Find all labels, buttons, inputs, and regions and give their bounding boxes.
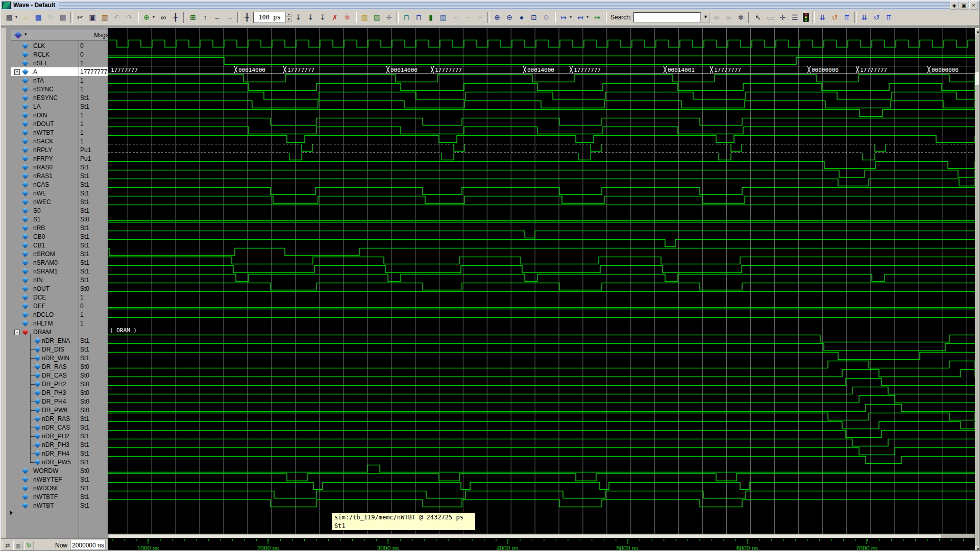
delete-cursor-button[interactable]: ✗ (329, 11, 341, 23)
chevron-down-icon[interactable]: ▾ (24, 32, 27, 37)
add-dropdown[interactable]: ▾ (153, 12, 157, 23)
signal-row-nsrom[interactable]: nSROMSt1 (11, 249, 112, 258)
search-dropdown[interactable]: ▼ (701, 12, 710, 23)
search-options-button[interactable]: ✱ (734, 11, 747, 23)
signal-row-nwdone[interactable]: nWDONESt1 (11, 484, 112, 492)
signal-row-nta[interactable]: nTA1 (11, 76, 112, 85)
signal-row-nin[interactable]: nINSt1 (11, 276, 112, 284)
prev-transition-button[interactable]: ↤ (574, 11, 586, 23)
close-button[interactable]: × (969, 2, 978, 10)
select-mode-button[interactable]: ↖ (752, 11, 764, 23)
signal-row-dr_ph2[interactable]: DR_PH2St0 (11, 380, 112, 388)
step-over-button[interactable]: ↺ (870, 11, 883, 23)
horizontal-scrollbar[interactable] (108, 534, 975, 538)
signal-row-ndr_ph2[interactable]: nDR_PH2St1 (11, 432, 112, 440)
find-button[interactable]: ∞ (157, 11, 169, 23)
signal-row-nsync[interactable]: nSYNC1 (11, 85, 112, 93)
wave-hatch-button[interactable]: ▨ (437, 11, 449, 23)
signal-row-dr_cas[interactable]: DR_CASSt0 (11, 371, 112, 380)
insertion-pointer[interactable] (11, 513, 112, 514)
signal-row-la[interactable]: LASt1 (11, 102, 112, 111)
signal-row-nwe[interactable]: nWESt1 (11, 189, 112, 197)
refresh-button[interactable]: ↻ (44, 11, 57, 23)
signal-row-dr_pw6[interactable]: DR_PW6St0 (11, 406, 112, 414)
expand-time-button[interactable]: ↦ (591, 11, 603, 23)
signal-row-clk[interactable]: CLK0 (11, 41, 112, 50)
virtual-list-button[interactable]: ☰ (789, 11, 801, 23)
collapse-icon[interactable]: - (14, 330, 20, 335)
cut-button[interactable]: ✂ (74, 11, 86, 23)
scroll-down-icon[interactable]: ▼ (975, 546, 980, 551)
up-arrow-button[interactable]: ↑ (199, 11, 211, 23)
add-cursor-button[interactable]: ╂ (169, 11, 182, 23)
pan-hand-button[interactable]: ✛ (383, 11, 395, 23)
time-step-input[interactable]: 100 ps (253, 12, 286, 23)
signal-row-ndr_ras[interactable]: nDR_RASSt1 (11, 414, 112, 423)
signal-row-ndr_ph3[interactable]: nDR_PH3St1 (11, 440, 112, 449)
zoom-mode-button[interactable]: ▭ (764, 11, 776, 23)
signal-row-def[interactable]: DEF0 (11, 302, 112, 310)
signal-row-ncas[interactable]: nCASSt1 (11, 180, 112, 189)
left-arrow-button[interactable]: ← (211, 11, 224, 23)
step-up-button[interactable]: ⇈ (883, 11, 895, 23)
signal-row-nwtbtf[interactable]: nWTBTFSt1 (11, 492, 112, 501)
horizontal-scrollbar-thumb[interactable] (109, 535, 942, 538)
signal-row-ndr_cas[interactable]: nDR_CASSt1 (11, 423, 112, 432)
panel-splitter[interactable] (2, 28, 7, 538)
signal-row-wordw[interactable]: WORDWSt0 (11, 466, 112, 475)
traffic-light-button[interactable] (803, 13, 809, 22)
wave-mode-full-button[interactable]: ▮ (425, 11, 437, 23)
signal-row-nwec[interactable]: nWECSt1 (11, 197, 112, 206)
signal-row-nesync[interactable]: nESYNCSt1 (11, 93, 112, 102)
paste-button[interactable]: ▥ (99, 11, 111, 23)
wave-mode-logic-button[interactable]: ⊓ (412, 11, 425, 23)
signal-row-cb0[interactable]: CB0St1 (11, 232, 112, 241)
scroll-up-icon[interactable]: ▲ (975, 28, 980, 34)
signal-row-nwtbt[interactable]: nWTBT1 (11, 128, 112, 137)
edge-any-button[interactable]: ⌐ (474, 11, 486, 23)
next-transition-button[interactable]: ↦ (557, 11, 570, 23)
signal-row-dce[interactable]: DCE1 (11, 293, 112, 302)
zoom-in-button[interactable]: ⊕ (491, 11, 503, 23)
wave-mode-event-button[interactable]: ⊓ (400, 11, 412, 23)
highlight-yellow-button[interactable]: ▧ (358, 11, 371, 23)
signal-row-ndr_ph4[interactable]: nDR_PH4St1 (11, 449, 112, 458)
signal-row-ndout[interactable]: nDOUT1 (11, 119, 112, 128)
search-reverse-button[interactable]: ∞ (710, 11, 722, 23)
search-input[interactable] (633, 12, 701, 22)
next-transition-dropdown[interactable]: ▾ (570, 12, 574, 23)
zoom-out-button[interactable]: ⊖ (503, 11, 516, 23)
signal-row-s1[interactable]: S1St0 (11, 215, 112, 223)
signal-row-dr_ph4[interactable]: DR_PH4St0 (11, 397, 112, 406)
print-button[interactable]: ▤ (57, 11, 69, 23)
open-file-button[interactable]: ▱ (20, 11, 32, 23)
signal-row-dr_dis[interactable]: DR_DISSt1 (11, 345, 112, 354)
zoom-range-button[interactable]: ⊡ (528, 11, 540, 23)
signal-row-nsel[interactable]: nSEL1 (11, 59, 112, 67)
stop-drawing-button[interactable]: ✱ (341, 11, 353, 23)
run-up-button[interactable]: ⇈ (841, 11, 853, 23)
signal-row-cb1[interactable]: CB1St1 (11, 241, 112, 249)
search-forward-button[interactable]: ∞ (722, 11, 734, 23)
copy-button[interactable]: ▣ (86, 11, 99, 23)
save-button[interactable]: ▦ (32, 11, 44, 23)
signal-row-nras0[interactable]: nRAS0St1 (11, 163, 112, 171)
waveform-area[interactable]: 1777777700014000177777770001400017777777… (108, 28, 975, 534)
zoom-cursor-button[interactable]: ⊙ (540, 11, 552, 23)
bb-swap-icon[interactable]: ⇄ (3, 541, 12, 550)
new-dropdown[interactable]: ▾ (15, 12, 20, 23)
signal-row-rclk[interactable]: RCLK0 (11, 50, 112, 59)
signal-row-nras1[interactable]: nRAS1St1 (11, 171, 112, 180)
bb-display-icon[interactable]: ▥ (13, 541, 23, 550)
undo-button[interactable]: ↶ (111, 11, 123, 23)
signal-row-nhltm[interactable]: nHLTM1 (11, 319, 112, 328)
signal-row-nsram1[interactable]: nSRAM1St1 (11, 267, 112, 276)
timeline-ruler[interactable]: 1000 ns2000 ns3000 ns4000 ns5000 ns6000 … (108, 538, 975, 551)
right-arrow-button[interactable]: → (224, 11, 236, 23)
signal-row-nrply[interactable]: nRPLYPu1 (11, 145, 112, 154)
signal-row-ndr_win[interactable]: nDR_WINSt1 (11, 354, 112, 362)
dock-button[interactable]: ◈ (950, 2, 959, 10)
step-down-button[interactable]: ⇊ (858, 11, 870, 23)
signal-row-s0[interactable]: S0St1 (11, 206, 112, 215)
restore-button[interactable]: ▣ (960, 2, 968, 10)
